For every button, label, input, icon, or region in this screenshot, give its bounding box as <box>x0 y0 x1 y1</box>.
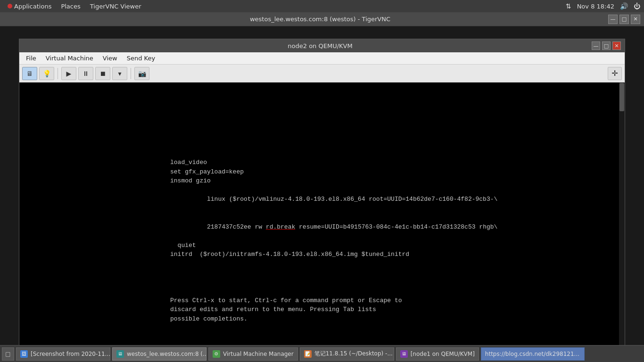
terminal-help-1: Press Ctrl-x to start, Ctrl-c for a comm… <box>170 296 619 305</box>
applications-menu[interactable]: Applications <box>4 2 55 11</box>
power-icon[interactable]: ⏻ <box>634 2 640 10</box>
app-dot <box>8 4 12 8</box>
datetime-label: Nov 8 18:42 <box>577 3 614 10</box>
taskbar-item-node1[interactable]: 🖥 [node1 on QEMU/KVM] <box>396 347 479 361</box>
toolbar-dropdown-arrow-btn[interactable]: ▾ <box>112 67 127 80</box>
volume-icon[interactable]: 🔊 <box>620 2 628 10</box>
qemu-controls: — □ ✕ <box>592 41 621 50</box>
terminal-help-3: possible completions. <box>170 314 619 324</box>
terminal-line-1: load_video <box>170 158 619 167</box>
taskbar: □ 🖼 [Screenshot from 2020-11... 🖥 westos… <box>0 345 644 362</box>
toolbar-move-btn[interactable]: ✛ <box>608 67 622 80</box>
taskbar-url-label: https://blog.csdn.net/dk298121... <box>485 351 579 357</box>
terminal-scrollbar[interactable] <box>619 82 625 354</box>
menu-file[interactable]: File <box>21 54 41 63</box>
tigervnc-minimize-btn[interactable]: — <box>608 15 618 24</box>
taskbar-node1-icon: 🖥 <box>400 350 408 358</box>
qemu-menubar: File Virtual Machine View Send Key <box>19 52 625 65</box>
terminal-text-linux: linux ($root)/vmlinuz-4.18.0-193.el8.x86… <box>207 196 497 203</box>
places-menu[interactable]: Places <box>57 2 84 11</box>
tigervnc-close-btn[interactable]: ✕ <box>631 15 640 24</box>
toolbar-dropdown[interactable]: ▾ <box>112 67 127 80</box>
taskbar-node1-label: [node1 on QEMU/KVM] <box>411 351 475 357</box>
toolbar-screenshot-btn[interactable]: 📷 <box>134 67 149 80</box>
toolbar-bulb-btn[interactable]: 💡 <box>39 67 54 80</box>
taskbar-virtmanager-label: Virtual Machine Manager <box>223 351 294 357</box>
taskbar-virtmanager-icon: ⚙ <box>213 350 220 358</box>
terminal-line-6: quiet <box>170 241 619 250</box>
taskbar-tigervnc-label: westos_lee.westos.com:8 (... <box>127 351 206 357</box>
menu-view[interactable]: View <box>98 54 122 63</box>
terminal-text-uuid: 2187437c52ee rw <box>207 223 266 230</box>
tigervnc-titlebar: westos_lee.westos.com:8 (westos) - Tiger… <box>0 12 644 26</box>
system-bar: Applications Places TigerVNC Viewer ⇅ No… <box>0 0 644 12</box>
toolbar-sep-2 <box>131 68 131 79</box>
taskbar-screenshot-icon: 🖼 <box>20 350 28 358</box>
taskbar-item-virtmanager[interactable]: ⚙ Virtual Machine Manager <box>208 347 298 361</box>
tigervnc-maximize-btn[interactable]: □ <box>619 15 629 24</box>
qemu-minimize-btn[interactable]: — <box>592 41 600 50</box>
terminal-line-5: 2187437c52ee rw rd.break resume=UUID=b49… <box>170 213 619 241</box>
system-bar-right: ⇅ Nov 8 18:42 🔊 ⏻ <box>566 2 640 10</box>
show-desktop-btn[interactable]: □ <box>2 347 14 361</box>
qemu-titlebar: node2 on QEMU/KVM — □ ✕ <box>19 39 625 52</box>
tigervnc-controls: — □ ✕ <box>608 15 640 24</box>
taskbar-tigervnc-icon: 🖥 <box>116 350 124 358</box>
toolbar-monitor-btn[interactable]: 🖥 <box>22 67 37 80</box>
taskbar-screenshot-label: [Screenshot from 2020-11... <box>31 351 110 357</box>
applications-label[interactable]: Applications <box>14 3 51 10</box>
toolbar-sep-1 <box>58 68 58 79</box>
terminal-line-4: linux ($root)/vmlinuz-4.18.0-193.el8.x86… <box>170 186 619 214</box>
taskbar-item-tigervnc[interactable]: 🖥 westos_lee.westos.com:8 (... <box>112 347 206 361</box>
terminal-underline-rdbreak: rd.break <box>266 223 295 230</box>
terminal-line-2: set gfx_payload=keep <box>170 167 619 177</box>
terminal-text-resume: resume=UUID=b4915763-084c-4e1c-bb14-c17d… <box>295 223 497 230</box>
terminal-content: load_video set gfx_payload=keep insmod g… <box>19 82 619 354</box>
tigervnc-window: westos_lee.westos.com:8 (westos) - Tiger… <box>0 12 644 362</box>
terminal-line-3: insmod gzio <box>170 176 619 186</box>
qemu-close-btn[interactable]: ✕ <box>612 41 621 50</box>
show-desktop-icon: □ <box>5 351 10 357</box>
taskbar-item-notes[interactable]: 📝 笔记11.8.15 (~/Desktop) -... <box>300 347 394 361</box>
toolbar-pause-btn[interactable]: ⏸ <box>78 67 93 80</box>
toolbar-stop-btn[interactable]: ⏹ <box>95 67 110 80</box>
taskbar-notes-icon: 📝 <box>304 350 312 358</box>
tigervnc-viewer-menu[interactable]: TigerVNC Viewer <box>86 2 145 11</box>
taskbar-item-screenshot[interactable]: 🖼 [Screenshot from 2020-11... <box>16 347 110 361</box>
qemu-terminal[interactable]: load_video set gfx_payload=keep insmod g… <box>19 82 625 354</box>
terminal-help-2: discard edits and return to the menu. Pr… <box>170 305 619 314</box>
scrollbar-thumb[interactable] <box>619 83 624 111</box>
qemu-maximize-btn[interactable]: □ <box>602 41 611 50</box>
toolbar-play-btn[interactable]: ▶ <box>61 67 76 80</box>
system-bar-left: Applications Places TigerVNC Viewer <box>4 2 145 11</box>
qemu-toolbar: 🖥 💡 ▶ ⏸ ⏹ ▾ 📷 ✛ <box>19 65 625 82</box>
menu-virtual-machine[interactable]: Virtual Machine <box>41 54 98 63</box>
qemu-title: node2 on QEMU/KVM <box>49 42 592 49</box>
taskbar-notes-label: 笔记11.8.15 (~/Desktop) -... <box>314 350 393 358</box>
menu-send-key[interactable]: Send Key <box>122 54 160 63</box>
terminal-line-7: initrd ($root)/initramfs-4.18.0-193.el8.… <box>170 250 619 259</box>
taskbar-url-bar[interactable]: https://blog.csdn.net/dk298121... <box>481 347 585 361</box>
tigervnc-title: westos_lee.westos.com:8 (westos) - Tiger… <box>32 16 608 23</box>
network-icon: ⇅ <box>566 2 571 10</box>
qemu-window: node2 on QEMU/KVM — □ ✕ File Virtual Mac… <box>19 39 625 354</box>
